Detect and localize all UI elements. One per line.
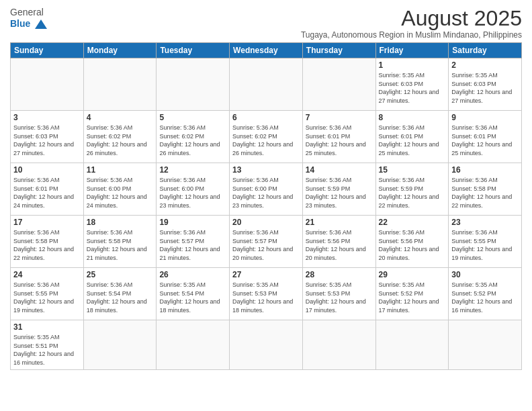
day-number: 26	[159, 270, 226, 279]
calendar-day-cell: 14Sunrise: 5:36 AMSunset: 5:59 PMDayligh…	[302, 163, 375, 216]
day-number: 1	[379, 60, 446, 70]
calendar-day-cell: 31Sunrise: 5:35 AMSunset: 5:51 PMDayligh…	[11, 320, 84, 369]
calendar-day-cell: 25Sunrise: 5:36 AMSunset: 5:54 PMDayligh…	[83, 268, 157, 320]
calendar-day-cell: 24Sunrise: 5:36 AMSunset: 5:55 PMDayligh…	[11, 268, 84, 320]
calendar-day-cell	[11, 58, 84, 111]
calendar-day-cell: 8Sunrise: 5:36 AMSunset: 6:01 PMDaylight…	[375, 111, 449, 163]
day-info: Sunrise: 5:35 AMSunset: 5:52 PMDaylight:…	[451, 281, 519, 314]
day-number: 28	[306, 270, 373, 279]
header: General Blue August 2025 Tugaya, Autonom…	[10, 7, 522, 40]
logo-blue: Blue	[10, 18, 30, 29]
col-tuesday: Tuesday	[157, 43, 230, 58]
calendar-day-cell: 7Sunrise: 5:36 AMSunset: 6:01 PMDaylight…	[302, 111, 375, 163]
day-number: 17	[13, 218, 81, 227]
calendar-day-cell: 3Sunrise: 5:36 AMSunset: 6:03 PMDaylight…	[11, 111, 84, 163]
day-info: Sunrise: 5:36 AMSunset: 5:58 PMDaylight:…	[13, 228, 81, 262]
day-number: 9	[451, 113, 519, 122]
col-thursday: Thursday	[302, 43, 375, 58]
calendar-day-cell: 17Sunrise: 5:36 AMSunset: 5:58 PMDayligh…	[11, 216, 84, 268]
day-number: 29	[379, 270, 446, 279]
col-sunday: Sunday	[11, 43, 84, 58]
calendar-day-cell	[449, 320, 522, 369]
day-number: 10	[13, 165, 81, 175]
calendar-day-cell: 15Sunrise: 5:36 AMSunset: 5:59 PMDayligh…	[375, 163, 449, 216]
day-info: Sunrise: 5:35 AMSunset: 5:54 PMDaylight:…	[159, 281, 226, 314]
day-number: 21	[306, 218, 373, 227]
day-info: Sunrise: 5:35 AMSunset: 5:51 PMDaylight:…	[13, 333, 81, 367]
day-info: Sunrise: 5:36 AMSunset: 6:01 PMDaylight:…	[379, 124, 446, 157]
day-info: Sunrise: 5:36 AMSunset: 5:59 PMDaylight:…	[379, 176, 446, 210]
day-number: 24	[13, 270, 81, 279]
calendar-day-cell	[83, 58, 157, 111]
calendar-day-cell: 1Sunrise: 5:35 AMSunset: 6:03 PMDaylight…	[375, 58, 449, 111]
month-title: August 2025	[301, 7, 522, 30]
calendar-day-cell: 29Sunrise: 5:35 AMSunset: 5:52 PMDayligh…	[375, 268, 449, 320]
calendar-day-cell	[230, 58, 303, 111]
calendar-day-cell: 2Sunrise: 5:35 AMSunset: 6:03 PMDaylight…	[449, 58, 522, 111]
calendar-day-cell: 18Sunrise: 5:36 AMSunset: 5:58 PMDayligh…	[83, 216, 157, 268]
calendar-week-row: 24Sunrise: 5:36 AMSunset: 5:55 PMDayligh…	[11, 268, 522, 320]
calendar-day-cell: 5Sunrise: 5:36 AMSunset: 6:02 PMDaylight…	[157, 111, 230, 163]
day-info: Sunrise: 5:35 AMSunset: 6:03 PMDaylight:…	[379, 71, 446, 105]
day-info: Sunrise: 5:36 AMSunset: 6:03 PMDaylight:…	[13, 124, 81, 157]
calendar-day-cell	[302, 320, 375, 369]
calendar-day-cell: 23Sunrise: 5:36 AMSunset: 5:55 PMDayligh…	[449, 216, 522, 268]
calendar-header-row: Sunday Monday Tuesday Wednesday Thursday…	[11, 43, 522, 58]
calendar-day-cell: 26Sunrise: 5:35 AMSunset: 5:54 PMDayligh…	[157, 268, 230, 320]
calendar-day-cell: 16Sunrise: 5:36 AMSunset: 5:58 PMDayligh…	[449, 163, 522, 216]
day-number: 30	[451, 270, 519, 279]
col-friday: Friday	[375, 43, 449, 58]
calendar-day-cell: 22Sunrise: 5:36 AMSunset: 5:56 PMDayligh…	[375, 216, 449, 268]
calendar-day-cell: 12Sunrise: 5:36 AMSunset: 6:00 PMDayligh…	[157, 163, 230, 216]
logo-wordmark: General Blue	[10, 7, 47, 30]
page: General Blue August 2025 Tugaya, Autonom…	[0, 0, 532, 411]
calendar-day-cell: 9Sunrise: 5:36 AMSunset: 6:01 PMDaylight…	[449, 111, 522, 163]
calendar-day-cell: 28Sunrise: 5:35 AMSunset: 5:53 PMDayligh…	[302, 268, 375, 320]
day-info: Sunrise: 5:35 AMSunset: 6:03 PMDaylight:…	[451, 71, 519, 105]
day-info: Sunrise: 5:36 AMSunset: 6:00 PMDaylight:…	[87, 176, 154, 210]
day-number: 11	[87, 165, 154, 175]
col-monday: Monday	[83, 43, 157, 58]
day-number: 18	[87, 218, 154, 227]
day-number: 31	[13, 322, 81, 332]
calendar-day-cell: 10Sunrise: 5:36 AMSunset: 6:01 PMDayligh…	[11, 163, 84, 216]
calendar-day-cell: 21Sunrise: 5:36 AMSunset: 5:56 PMDayligh…	[302, 216, 375, 268]
day-number: 22	[379, 218, 446, 227]
day-info: Sunrise: 5:35 AMSunset: 5:52 PMDaylight:…	[379, 281, 446, 314]
calendar-week-row: 17Sunrise: 5:36 AMSunset: 5:58 PMDayligh…	[11, 216, 522, 268]
calendar-day-cell: 11Sunrise: 5:36 AMSunset: 6:00 PMDayligh…	[83, 163, 157, 216]
calendar-day-cell	[83, 320, 157, 369]
day-number: 5	[159, 113, 226, 122]
day-number: 13	[232, 165, 300, 175]
day-number: 4	[87, 113, 154, 122]
day-number: 23	[451, 218, 519, 227]
day-info: Sunrise: 5:36 AMSunset: 5:56 PMDaylight:…	[379, 228, 446, 262]
day-number: 20	[232, 218, 300, 227]
col-wednesday: Wednesday	[230, 43, 303, 58]
day-number: 3	[13, 113, 81, 122]
calendar-table: Sunday Monday Tuesday Wednesday Thursday…	[10, 42, 522, 369]
logo-triangle-icon	[35, 19, 47, 29]
day-info: Sunrise: 5:36 AMSunset: 5:58 PMDaylight:…	[451, 176, 519, 210]
day-info: Sunrise: 5:36 AMSunset: 6:02 PMDaylight:…	[87, 124, 154, 157]
logo-general: General	[10, 7, 44, 17]
day-number: 19	[159, 218, 226, 227]
day-info: Sunrise: 5:36 AMSunset: 5:59 PMDaylight:…	[306, 176, 373, 210]
calendar-week-row: 3Sunrise: 5:36 AMSunset: 6:03 PMDaylight…	[11, 111, 522, 163]
day-info: Sunrise: 5:36 AMSunset: 5:58 PMDaylight:…	[87, 228, 154, 262]
day-number: 15	[379, 165, 446, 175]
calendar-day-cell	[157, 58, 230, 111]
day-info: Sunrise: 5:36 AMSunset: 6:01 PMDaylight:…	[13, 176, 81, 210]
subtitle: Tugaya, Autonomous Region in Muslim Mind…	[301, 30, 522, 40]
calendar-day-cell	[375, 320, 449, 369]
calendar-day-cell: 6Sunrise: 5:36 AMSunset: 6:02 PMDaylight…	[230, 111, 303, 163]
calendar-day-cell: 4Sunrise: 5:36 AMSunset: 6:02 PMDaylight…	[83, 111, 157, 163]
calendar-day-cell: 30Sunrise: 5:35 AMSunset: 5:52 PMDayligh…	[449, 268, 522, 320]
calendar-day-cell: 27Sunrise: 5:35 AMSunset: 5:53 PMDayligh…	[230, 268, 303, 320]
day-info: Sunrise: 5:36 AMSunset: 6:00 PMDaylight:…	[232, 176, 300, 210]
day-info: Sunrise: 5:36 AMSunset: 5:55 PMDaylight:…	[451, 228, 519, 262]
day-info: Sunrise: 5:36 AMSunset: 5:57 PMDaylight:…	[232, 228, 300, 262]
day-info: Sunrise: 5:36 AMSunset: 6:00 PMDaylight:…	[159, 176, 226, 210]
day-info: Sunrise: 5:36 AMSunset: 6:01 PMDaylight:…	[306, 124, 373, 157]
day-number: 27	[232, 270, 300, 279]
